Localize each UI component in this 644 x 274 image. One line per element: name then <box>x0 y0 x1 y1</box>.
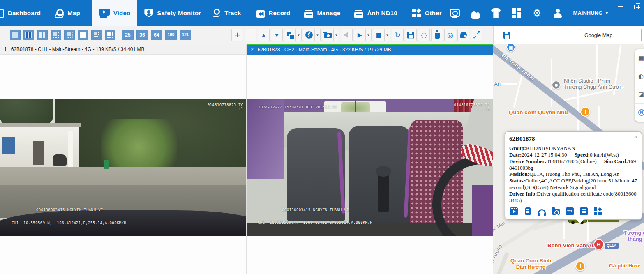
popup-status-row: Status:Online,4G,ACC OFF,Parking(20 hour… <box>509 177 637 191</box>
video-title: 62B01878 - CH1 - Main-Stream - 4G - 139 … <box>11 46 145 52</box>
chevron-down-icon[interactable]: ▼ <box>315 29 321 41</box>
video-1-driver-overlay: 000136003415 NGUYEN THANH VI <box>36 208 103 212</box>
nav-item-manage[interactable]: Manage <box>302 0 343 26</box>
layout-25-button[interactable]: 25 <box>122 30 134 40</box>
layout-split-1-button[interactable] <box>10 30 21 40</box>
cloud-icon[interactable] <box>471 14 480 19</box>
layout-split-6-button[interactable] <box>51 30 61 40</box>
top-navigation: Dashboard Map Video Safety Monitor Track… <box>0 0 644 26</box>
next-group-button[interactable]: ▼ <box>271 29 283 41</box>
video-pane-2[interactable]: 2 62B01878 - CH2 - Main-Stream - 4G - 32… <box>247 44 493 274</box>
chevron-down-icon[interactable]: ▼ <box>334 29 339 41</box>
layout-grid-icon[interactable] <box>512 8 522 18</box>
nav-label: Manage <box>317 9 340 16</box>
audio-mute-button[interactable] <box>341 29 353 41</box>
snapshot-button[interactable] <box>322 29 334 41</box>
stream-type-button[interactable] <box>303 29 315 41</box>
restaurant-marker-2[interactable] <box>575 261 585 271</box>
layout-100-button[interactable]: 100 <box>165 30 177 40</box>
fullscreen-button[interactable] <box>471 29 482 41</box>
settings-ring-button[interactable]: ◎ <box>444 29 456 41</box>
intercom-icon[interactable] <box>525 207 531 215</box>
video-2-frame: 2024-12-27 15:04:43 OFF VOL:12.4V 014816… <box>247 99 493 236</box>
nav-item-dashboard[interactable]: Dashboard <box>0 0 43 26</box>
layout-split-8-button[interactable] <box>64 30 75 40</box>
chevron-down-icon: ▼ <box>605 11 609 15</box>
clear-all-button[interactable] <box>431 29 443 41</box>
map-layer-controls: ▦ ◐ ◪ N <box>635 49 644 122</box>
shield-icon <box>144 9 153 18</box>
gear-icon[interactable]: ⚙ <box>532 8 542 18</box>
map-provider-select[interactable]: Google Map <box>580 29 642 41</box>
route-pin-icon <box>212 9 221 18</box>
device-monitor-icon[interactable] <box>450 9 460 17</box>
nav-right-cluster: ⚙ MAINHUNG ▼ <box>450 0 609 26</box>
close-icon[interactable]: × <box>635 135 638 140</box>
nav-item-map[interactable]: Map <box>52 0 83 26</box>
window-controls <box>618 3 640 9</box>
hospital-marker[interactable]: H <box>593 239 604 250</box>
map-panel[interactable]: Đỗ Trình Thoại An ▣ Nhện Studio - PhimTr… <box>493 44 644 274</box>
satellite-layer-button[interactable]: ◐ <box>635 67 644 85</box>
restaurant-marker-1[interactable] <box>580 107 590 117</box>
nav-label: Track <box>224 9 241 16</box>
layout-36-button[interactable]: 36 <box>136 30 148 40</box>
popup-title: 62B01878 <box>509 136 637 143</box>
video-2-title-bar: 2 62B01878 - CH2 - Main-Stream - 4G - 32… <box>247 44 493 55</box>
map-save-icon[interactable] <box>503 32 510 39</box>
layout-split-13-button[interactable] <box>91 30 102 40</box>
add-window-button[interactable]: + <box>231 29 243 41</box>
chevron-down-icon[interactable]: ▼ <box>385 29 390 41</box>
layout-split-16-button[interactable] <box>105 30 115 40</box>
layout-buttons: 25 36 64 100 121 <box>10 30 191 40</box>
window-layout-button[interactable] <box>284 29 296 41</box>
play-button[interactable]: ▶ <box>354 29 366 41</box>
transit-layer-button[interactable]: ▦ <box>635 49 644 67</box>
video-1-title-bar: 1 62B01878 - CH1 - Main-Stream - 4G - 13… <box>0 44 246 55</box>
theme-shirt-icon[interactable] <box>491 8 501 18</box>
tts-icon[interactable]: TTS <box>566 207 574 215</box>
nav-item-anh-nd10[interactable]: Ảnh ND10 <box>352 0 399 26</box>
map-label-an: An <box>494 81 501 87</box>
user-avatar-icon[interactable] <box>553 8 563 18</box>
polling-button[interactable]: ◌ <box>418 29 430 41</box>
poi-marker-blue[interactable]: ▣ <box>506 44 515 52</box>
report-icon[interactable] <box>580 207 588 215</box>
nav-item-safety-monitor[interactable]: Safety Monitor <box>142 0 203 26</box>
nav-item-video[interactable]: Video <box>92 0 137 26</box>
layout-split-9-button[interactable] <box>78 30 88 40</box>
layout-121-button[interactable]: 121 <box>180 30 191 40</box>
color-palette-button[interactable] <box>457 29 469 41</box>
refresh-button[interactable]: ↻ <box>392 29 404 41</box>
restore-window-icon[interactable] <box>634 3 640 9</box>
3d-buildings-button[interactable]: ◪ <box>635 85 644 104</box>
road-label-huynh-ngoc-mai: Huỳnh Ngọc Mai <box>493 220 506 245</box>
more-apps-icon[interactable] <box>594 207 602 215</box>
video-title: 62B01878 - CH2 - Main-Stream - 4G - 322 … <box>258 47 391 53</box>
previous-group-button[interactable]: ▲ <box>258 29 270 41</box>
nav-item-other[interactable]: Other <box>410 0 444 26</box>
layout-split-4-button[interactable] <box>37 30 48 40</box>
vehicle-info-popup: × 62B01878 Group:KHDNBVDKVANAN Date:2024… <box>505 131 642 220</box>
video-index: 1 <box>4 46 7 52</box>
layout-64-button[interactable]: 64 <box>151 30 162 40</box>
nav-item-record[interactable]: Record <box>254 0 293 26</box>
chevron-down-icon[interactable]: ▼ <box>296 29 302 41</box>
video-pane-1[interactable]: 1 62B01878 - CH1 - Main-Stream - 4G - 13… <box>0 44 247 274</box>
minimize-icon[interactable] <box>618 3 623 9</box>
listen-icon[interactable] <box>538 209 546 214</box>
remove-window-button[interactable]: − <box>245 29 256 41</box>
save-button[interactable] <box>405 29 417 41</box>
poi-marker-studio[interactable] <box>552 81 561 90</box>
stop-button[interactable]: ■ <box>373 29 385 41</box>
nav-item-track[interactable]: Track <box>209 0 243 26</box>
layout-split-2-button[interactable] <box>23 30 34 40</box>
archive-icon <box>354 12 363 18</box>
map-pin-icon <box>55 9 64 18</box>
video-play-icon[interactable] <box>510 207 518 215</box>
rotate-north-icon[interactable]: N <box>635 104 644 122</box>
user-menu[interactable]: MAINHUNG ▼ <box>573 10 609 16</box>
snapshot-icon[interactable] <box>552 209 560 215</box>
video-2-datetime-overlay: 2024-12-27 15:04:43 OFF VOL:12.4V <box>258 105 337 109</box>
chevron-down-icon[interactable]: ▼ <box>366 29 372 41</box>
